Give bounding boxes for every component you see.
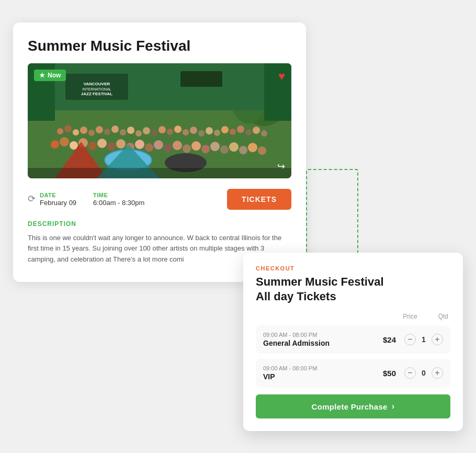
chevron-right-icon: ›: [392, 402, 395, 411]
ticket-info-vip: 09:00 AM - 08:00 PM VIP: [263, 365, 370, 381]
svg-point-55: [201, 145, 210, 153]
ticket-time-vip: 09:00 AM - 08:00 PM: [263, 365, 370, 371]
svg-point-53: [183, 144, 191, 153]
svg-point-34: [230, 129, 236, 135]
svg-point-61: [258, 146, 266, 155]
svg-rect-67: [28, 168, 291, 178]
event-meta: ⟳ DATE February 09 TIME 6:00am - 8:30pm …: [28, 189, 291, 210]
ticket-name-vip: VIP: [263, 372, 370, 381]
complete-purchase-label: Complete Purchase: [312, 402, 388, 411]
event-image: VANCOUVER INTERNATIONAL JAZZ FESTIVAL: [28, 63, 291, 178]
svg-point-48: [135, 140, 144, 149]
qty-decrease-general[interactable]: −: [404, 334, 416, 345]
time-meta: TIME 6:00am - 8:30pm: [93, 192, 144, 207]
svg-point-32: [214, 130, 220, 136]
checkout-card: CHECKOUT Summer Music Festival All day T…: [243, 253, 463, 431]
calendar-icon: ⟳: [28, 193, 36, 205]
svg-point-22: [135, 130, 142, 137]
svg-point-31: [206, 127, 213, 134]
svg-point-26: [167, 129, 173, 135]
svg-point-57: [220, 145, 229, 154]
svg-point-38: [261, 130, 267, 137]
svg-point-59: [239, 146, 247, 154]
now-badge: ★ Now: [34, 70, 66, 81]
svg-point-27: [174, 126, 182, 133]
svg-point-35: [237, 126, 244, 133]
svg-point-50: [154, 140, 163, 150]
share-icon[interactable]: ↪: [277, 161, 285, 172]
svg-point-43: [88, 142, 97, 150]
event-image-wrapper: VANCOUVER INTERNATIONAL JAZZ FESTIVAL: [28, 63, 291, 178]
svg-point-29: [190, 127, 197, 134]
time-value: 6:00am - 8:30pm: [93, 199, 144, 207]
qty-control-general: − 1 +: [404, 334, 443, 345]
checkout-title-line1: Summer Music Festival: [256, 275, 384, 288]
checkout-title: Summer Music Festival All day Tickets: [256, 275, 450, 303]
svg-point-52: [173, 141, 182, 150]
svg-point-28: [183, 129, 189, 135]
ticket-info-general: 09:00 AM - 08:00 PM General Admission: [263, 332, 370, 347]
checkout-title-line2: All day Tickets: [256, 290, 336, 303]
svg-point-40: [60, 137, 69, 146]
price-header: Price: [403, 313, 417, 320]
ticket-price-general: $24: [370, 335, 396, 344]
svg-point-54: [191, 141, 201, 151]
svg-point-17: [96, 126, 103, 133]
svg-point-51: [164, 144, 172, 152]
svg-point-23: [143, 127, 150, 134]
svg-point-19: [111, 126, 119, 133]
svg-point-16: [88, 130, 95, 136]
description-label: DESCRIPTION: [28, 220, 291, 228]
ticket-price-vip: $50: [370, 369, 396, 378]
svg-point-36: [245, 129, 252, 135]
svg-point-49: [145, 143, 153, 152]
svg-point-56: [210, 142, 220, 151]
qty-value-vip: 0: [420, 369, 427, 377]
svg-point-21: [127, 127, 134, 134]
svg-point-30: [198, 130, 205, 137]
event-card: Summer Music Festival: [13, 22, 306, 282]
event-title: Summer Music Festival: [28, 37, 291, 55]
svg-point-46: [116, 139, 126, 149]
svg-text:VANCOUVER: VANCOUVER: [84, 82, 110, 86]
date-value: February 09: [40, 199, 76, 207]
qty-control-vip: − 0 +: [404, 367, 443, 379]
complete-purchase-button[interactable]: Complete Purchase ›: [256, 394, 450, 418]
star-icon: ★: [39, 72, 45, 79]
svg-point-13: [64, 125, 72, 132]
qty-value-general: 1: [420, 335, 427, 344]
qty-increase-vip[interactable]: +: [432, 367, 443, 379]
qty-increase-general[interactable]: +: [432, 334, 443, 345]
heart-icon[interactable]: ♥: [278, 70, 285, 83]
svg-point-20: [120, 129, 126, 135]
dashed-selection-box: [306, 169, 358, 258]
svg-point-37: [253, 127, 260, 134]
time-label: TIME: [93, 192, 144, 198]
svg-point-25: [158, 126, 166, 133]
svg-point-24: [151, 130, 157, 136]
svg-point-18: [104, 129, 110, 135]
svg-point-14: [73, 129, 79, 135]
svg-text:JAZZ FESTIVAL: JAZZ FESTIVAL: [81, 92, 112, 96]
svg-point-12: [57, 128, 63, 134]
svg-rect-11: [180, 71, 222, 87]
date-label: DATE: [40, 192, 76, 198]
svg-point-60: [248, 143, 257, 152]
qty-header: Qtd: [438, 313, 448, 320]
svg-point-44: [97, 139, 107, 148]
svg-point-15: [80, 127, 87, 134]
now-label: Now: [48, 72, 61, 79]
ticket-time-general: 09:00 AM - 08:00 PM: [263, 332, 370, 338]
date-meta: ⟳ DATE February 09: [28, 192, 76, 207]
scene: Summer Music Festival: [13, 22, 463, 431]
qty-decrease-vip[interactable]: −: [404, 367, 416, 379]
svg-point-39: [51, 140, 59, 149]
ticket-name-general: General Admission: [263, 339, 370, 347]
tickets-button[interactable]: TICKETS: [227, 189, 291, 210]
checkout-table-header: Price Qtd: [256, 313, 450, 320]
svg-point-58: [229, 142, 239, 152]
svg-text:INTERNATIONAL: INTERNATIONAL: [82, 87, 111, 91]
ticket-row-general: 09:00 AM - 08:00 PM General Admission $2…: [256, 325, 450, 354]
svg-point-45: [107, 142, 116, 151]
ticket-row-vip: 09:00 AM - 08:00 PM VIP $50 − 0 +: [256, 359, 450, 387]
